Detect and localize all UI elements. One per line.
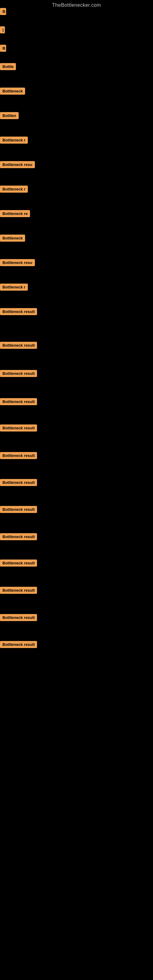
bottleneck-result-label: Bottleneck result <box>0 342 37 349</box>
bottleneck-result-label: B <box>0 8 6 15</box>
bottleneck-result-label: Bottleneck result <box>0 370 37 377</box>
bottleneck-result-label: Bottle <box>0 63 16 70</box>
bottleneck-result-label: Bottleneck result <box>0 641 37 648</box>
bottleneck-result-label: Bottleneck resu <box>0 259 35 266</box>
bottleneck-result-label: Bottleneck re <box>0 210 30 217</box>
bottleneck-result-label: Bottleneck result <box>0 425 37 431</box>
bottleneck-result-label: Bottleneck result <box>0 398 37 405</box>
bottleneck-result-label: Bottleneck result <box>0 587 37 594</box>
bottleneck-result-label: Bottlen <box>0 112 19 119</box>
bottleneck-result-label: Bottleneck result <box>0 506 37 513</box>
bottleneck-result-label: B <box>0 45 6 52</box>
site-title: TheBottlenecker.com <box>0 0 153 8</box>
bottleneck-result-label: | <box>0 26 5 33</box>
bottleneck-result-label: Bottleneck result <box>0 533 37 540</box>
bottleneck-result-label: Bottleneck <box>0 88 25 95</box>
bottleneck-result-label: Bottleneck result <box>0 452 37 459</box>
bottleneck-result-label: Bottleneck result <box>0 614 37 621</box>
bottleneck-result-label: Bottleneck resu <box>0 161 35 168</box>
bottleneck-result-label: Bottleneck result <box>0 308 37 315</box>
bottleneck-result-label: Bottleneck r <box>0 137 28 144</box>
bottleneck-result-label: Bottleneck r <box>0 186 28 192</box>
bottleneck-result-label: Bottleneck <box>0 235 25 242</box>
bottleneck-result-label: Bottleneck result <box>0 560 37 566</box>
bottleneck-result-label: Bottleneck r <box>0 283 28 291</box>
bottleneck-result-label: Bottleneck result <box>0 479 37 486</box>
